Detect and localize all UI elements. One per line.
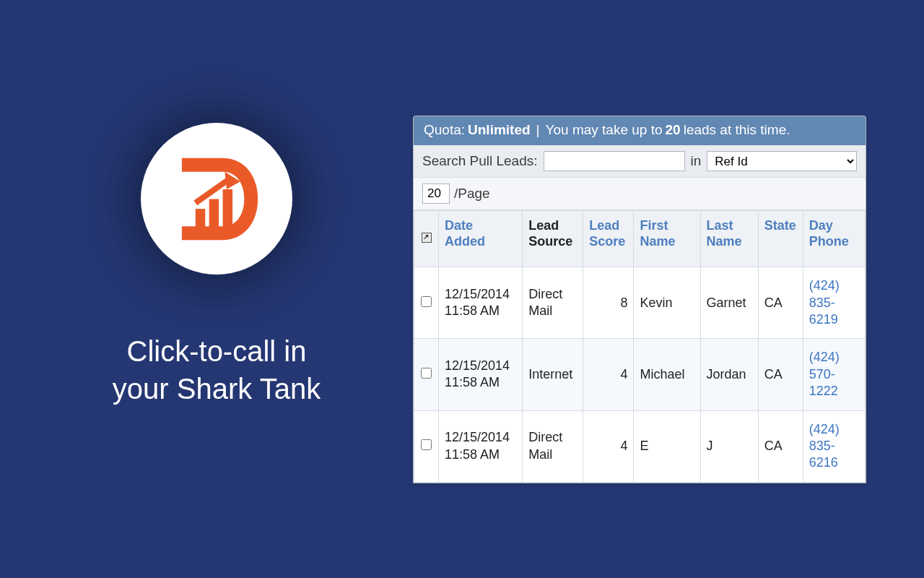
per-page-suffix: /Page [454, 186, 490, 202]
quota-max: 20 [666, 122, 681, 138]
cell-first: Kevin [634, 267, 700, 339]
tagline-line-2: your Shark Tank [113, 373, 321, 405]
col-state[interactable]: State [758, 211, 803, 267]
cell-source: Internet [523, 339, 583, 410]
cell-first: E [634, 410, 700, 482]
cell-last: J [700, 410, 758, 482]
col-last-name[interactable]: Last Name [700, 211, 758, 267]
brand-logo-icon [168, 150, 266, 248]
table-row: 12/15/2014 11:58 AM Direct Mail 4 E J CA… [414, 410, 866, 482]
select-all-icon [422, 233, 432, 243]
phone-link[interactable]: (424) 835-6219 [809, 278, 840, 327]
tagline: Click-to-call in your Shark Tank [113, 332, 321, 407]
cell-first: Michael [634, 339, 700, 410]
col-first-name[interactable]: First Name [634, 211, 700, 267]
cell-date: 12/15/2014 11:58 AM [439, 339, 523, 410]
search-field-select[interactable]: Ref Id [707, 151, 857, 171]
leads-panel: Quota: Unlimited | You may take up to 20… [413, 116, 866, 483]
cell-last: Jordan [700, 339, 758, 410]
search-row: Search Pull Leads: in Ref Id [414, 145, 866, 178]
table-row: 12/15/2014 11:58 AM Internet 4 Michael J… [414, 339, 866, 410]
col-day-phone[interactable]: Day Phone [803, 211, 865, 267]
cell-date: 12/15/2014 11:58 AM [439, 267, 523, 339]
col-lead-source[interactable]: Lead Source [523, 211, 583, 267]
quota-msg-pre: You may take up to [546, 122, 663, 138]
quota-label: Quota: [424, 122, 465, 138]
phone-link[interactable]: (424) 570-1222 [809, 350, 840, 398]
row-checkbox[interactable] [421, 439, 432, 450]
phone-link[interactable]: (424) 835-6216 [809, 422, 840, 470]
search-in-label: in [691, 153, 702, 169]
svg-rect-0 [195, 209, 205, 230]
quota-value: Unlimited [468, 122, 531, 138]
col-select-all[interactable] [414, 211, 439, 267]
search-input[interactable] [544, 151, 685, 171]
col-date-added[interactable]: Date Added [439, 211, 523, 267]
row-checkbox[interactable] [421, 368, 432, 379]
cell-source: Direct Mail [523, 410, 583, 482]
tagline-line-1: Click-to-call in [127, 335, 307, 367]
svg-rect-2 [222, 189, 232, 230]
cell-date: 12/15/2014 11:58 AM [439, 410, 523, 482]
brand-logo [141, 123, 292, 275]
quota-bar: Quota: Unlimited | You may take up to 20… [414, 116, 866, 145]
svg-rect-1 [209, 199, 219, 230]
cell-state: CA [758, 410, 803, 482]
cell-last: Garnet [700, 267, 758, 339]
cell-state: CA [758, 267, 803, 339]
per-page-input[interactable] [422, 184, 450, 204]
cell-score: 4 [583, 339, 634, 410]
cell-score: 4 [583, 410, 634, 482]
cell-source: Direct Mail [523, 267, 583, 339]
cell-state: CA [758, 339, 803, 410]
leads-table: Date Added Lead Source Lead Score First … [414, 210, 866, 483]
table-row: 12/15/2014 11:58 AM Direct Mail 8 Kevin … [414, 267, 866, 339]
table-header-row: Date Added Lead Source Lead Score First … [414, 211, 866, 267]
paging-row: /Page [414, 178, 866, 210]
cell-score: 8 [583, 267, 634, 339]
search-label: Search Pull Leads: [422, 153, 538, 169]
col-lead-score[interactable]: Lead Score [583, 211, 634, 267]
quota-msg-post: leads at this time. [684, 122, 790, 138]
quota-separator: | [533, 122, 543, 138]
row-checkbox[interactable] [421, 296, 432, 307]
